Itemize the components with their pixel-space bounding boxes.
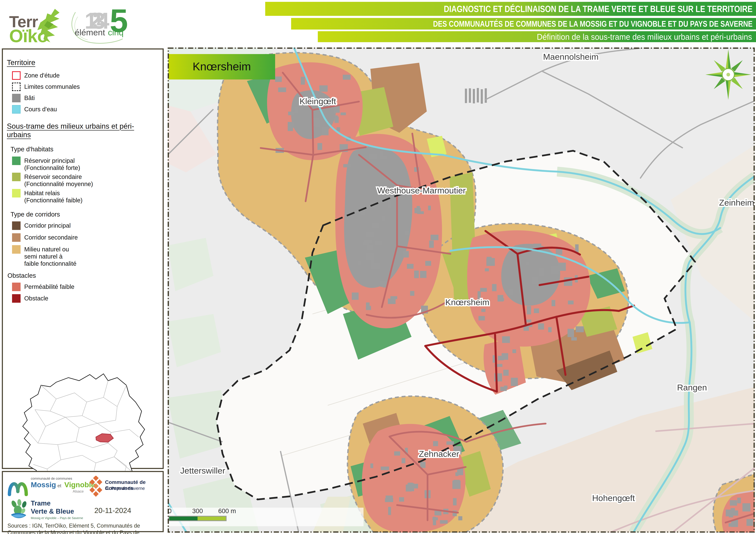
legend-item-label: Corridor secondaire [24,233,78,241]
map-title-text: Knœrsheim [193,60,251,73]
legend-item-label: Perméabilité faible [24,283,74,291]
map-canvas: MaennolsheimKleingœftWesthouse-Marmoutie… [168,47,755,533]
legend-item-limites: Limites communales [12,83,160,91]
legend-item-reservoir-principal: Réservoir principal(Fonctionnalité forte… [12,157,160,171]
limites-communales-swatch [12,83,20,91]
legend-item-label: Obstacle [24,294,48,302]
map-title-box: Knœrsheim [169,54,275,80]
map-label: Hohengœft [592,493,635,503]
mossig-small-text: communauté de communes [31,477,72,481]
title-banner-2: DES COMMUNAUTÉS DE COMMUNES DE LA MOSSIG… [291,18,756,30]
title-banner-3: Définition de la sous-trame des milieux … [318,31,756,42]
saverne-diamonds-icon [88,476,104,497]
legend-item-label: Bâti [24,94,35,102]
legend-item-permeabilite: Perméabilité faible [12,283,160,291]
corridor-secondaire-swatch [12,233,20,242]
legend-item-label: Milieu naturel ou semi naturel à faible … [24,245,76,267]
cours-eau-swatch [12,105,20,114]
element-cinq-word2: cinq [108,27,123,37]
scale-bar: 0 300 600 m [168,507,364,526]
legend-item-corridor-principal: Corridor principal [12,221,160,230]
zone-etude-swatch [12,71,20,80]
map-label: Maennolsheim [543,52,599,62]
map-label: Kleingœft [300,96,336,106]
legend-corridors-title: Type de corridors [11,211,160,218]
legend-item-milieu-naturel: Milieu naturel ou semi naturel à faible … [12,245,160,267]
legend-item-habitat-relais: Habitat relais(Fonctionnalité faible) [12,189,160,204]
map-label: Jetterswiller [180,466,225,475]
element-cinq-word1: élément [75,27,105,37]
pays-de-saverne-logo: Communauté de Communes du Pays de Savern… [88,476,161,497]
legend-item-cours-eau: Cours d'eau [12,105,160,114]
mossig-m-icon [7,476,30,496]
credits-panel: communauté de communes Mossig et Vignobl… [2,471,164,532]
tvb-subtitle: Mossig et Vignoble – Pays de Saverne [31,516,83,520]
map-label: Westhouse-Marmoutier [377,186,466,195]
bati-swatch [12,94,20,102]
reservoir-secondaire-swatch [12,173,20,181]
map-label: Zeinheim [719,198,754,207]
scale-label-600: 600 m [218,507,236,515]
map-label: Rangen [677,383,707,392]
milieu-naturel-swatch [12,245,20,254]
title-banner-1: DIAGNOSTIC ET DÉCLINAISON DE LA TRAME VE… [265,2,756,16]
legend-item-label: Zone d'étude [24,71,60,79]
corridor-principal-swatch [12,221,20,230]
habitat-relais-swatch [12,189,20,197]
legend-item-label: Cours d'eau [24,105,57,113]
legend-habitats-title: Type d'habitats [11,145,160,153]
tvb-line2: Verte & Bleue [31,507,74,515]
reservoir-principal-swatch [12,157,20,165]
element-cinq-logo: 1234 5 élément cinq [72,5,126,44]
obstacle-swatch [12,294,20,303]
legend-item-label: Habitat relais(Fonctionnalité faible) [24,189,82,204]
map-label: Zehnacker [419,449,459,459]
tvb-leaf-paw-icon [7,499,30,521]
permeabilite-faible-swatch [12,283,20,291]
map-label: Knœrsheim [445,297,489,307]
title-banner-1-text: DIAGNOSTIC ET DÉCLINAISON DE LA TRAME VE… [444,4,756,14]
terroiko-logo: Terr Oïko [9,4,73,45]
mossig-vignoble-logo: communauté de communes Mossig et Vignobl… [7,476,83,496]
legend-item-corridor-secondaire: Corridor secondaire [12,233,160,242]
legend-item-bati: Bâti [12,94,160,102]
legend-item-reservoir-secondaire: Réservoir secondaire(Fonctionnalité moye… [12,173,160,188]
legend-item-label: Corridor principal [24,221,71,229]
terroiko-logo-text2: Oïko [9,26,48,46]
saverne-line2: du Pays de Saverne [105,486,145,491]
mossig-name1: Mossig [31,481,56,489]
sources-text: Sources : IGN, TerrOïko, Elément 5, Comm… [8,522,158,534]
legend-item-label: Limites communales [24,83,80,90]
title-banner-2-text: DES COMMUNAUTÉS DE COMMUNES DE LA MOSSIG… [433,19,756,29]
legend-obstacles-title: Obstacles [8,272,160,279]
trame-verte-bleue-logo: Trame Verte & Bleue Mossig et Vignoble –… [7,499,93,521]
legend-panel: Territoire Zone d'étude Limites communal… [2,48,164,469]
scale-label-300: 300 [192,507,203,515]
legend-item-label: Réservoir principal(Fonctionnalité forte… [24,157,80,171]
legend-territoire-title: Territoire [7,58,160,67]
map-area: MaennolsheimKleingœftWesthouse-Marmoutie… [168,47,755,533]
mossig-et: et [58,483,61,488]
legend-item-label: Réservoir secondaire(Fonctionnalité moye… [24,173,93,188]
tvb-line1: Trame [31,499,51,507]
legend-soustrame-title: Sous-trame des milieux urbains et péri-u… [7,122,147,139]
legend-item-obstacle: Obstacle [12,294,160,303]
title-banner-3-text: Définition de la sous-trame des milieux … [537,32,756,42]
legend-item-zone-etude: Zone d'étude [12,71,160,80]
map-date: 20-11-2024 [94,506,131,515]
mossig-region: Alsace [73,489,84,494]
